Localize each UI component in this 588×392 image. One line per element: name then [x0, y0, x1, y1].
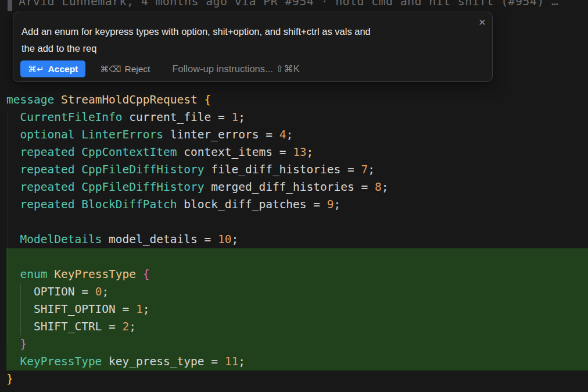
popup-footer: ⌘↵ Accept ⌘⌫ Reject Follow-up instructio… [20, 60, 485, 77]
indent-guide [20, 284, 21, 335]
indent-guide [8, 248, 8, 345]
followup-instructions-button[interactable]: Follow-up instructions... ⇧⌘K [172, 63, 299, 74]
accept-label: Accept [48, 64, 78, 74]
indent-guide [8, 111, 8, 248]
code-line[interactable]: repeated CppFileDiffHistory file_diff_hi… [6, 161, 588, 179]
blame-row: Arvid Lunnemark, 4 months ago via PR #95… [0, 0, 588, 12]
followup-label: Follow-up instructions... [172, 63, 275, 74]
cmd-backspace-shortcut-icon: ⌘⌫ [100, 64, 121, 74]
code-line[interactable]: SHIFT_CTRL = 2; [6, 318, 588, 336]
accept-button[interactable]: ⌘↵ Accept [20, 60, 85, 77]
reject-label: Reject [124, 64, 150, 74]
reject-button[interactable]: ⌘⌫ Reject [100, 64, 150, 74]
cursor-block [8, 0, 12, 11]
prompt-line2: the add to the req [21, 43, 96, 54]
code-line[interactable]: KeyPressType key_press_type = 11; [6, 353, 588, 370]
code-line[interactable]: OPTION = 0; [6, 283, 588, 301]
prompt-text: Add an enum for keypress types with opti… [21, 23, 472, 56]
code-line[interactable]: } [6, 336, 588, 353]
code-line[interactable] [6, 248, 588, 266]
code-line[interactable] [6, 213, 588, 231]
code-line[interactable]: SHIFT_OPTION = 1; [6, 301, 588, 318]
code-line[interactable]: ModelDetails model_details = 10; [6, 231, 588, 248]
editor-screen: Arvid Lunnemark, 4 months ago via PR #95… [0, 0, 588, 392]
code-line[interactable]: repeated BlockDiffPatch block_diff_patch… [6, 196, 588, 213]
blame-annotation[interactable]: Arvid Lunnemark, 4 months ago via PR #95… [19, 0, 558, 8]
close-icon[interactable]: × [479, 14, 486, 30]
code-line[interactable]: enum KeyPressType { [6, 266, 588, 283]
code-area[interactable]: message StreamHoldCppRequest { CurrentFi… [0, 91, 588, 388]
code-line[interactable]: } [6, 370, 588, 388]
code-line[interactable]: repeated CppFileDiffHistory merged_diff_… [6, 179, 588, 196]
code-line[interactable]: repeated CppContextItem context_items = … [6, 144, 588, 161]
code-line[interactable]: message StreamHoldCppRequest { [6, 91, 588, 109]
code-line[interactable]: CurrentFileInfo current_file = 1; [6, 109, 588, 126]
prompt-line1: Add an enum for keypress types with opti… [21, 26, 371, 37]
inline-edit-popup: × Add an enum for keypress types with op… [13, 12, 493, 82]
cmd-enter-shortcut-icon: ⌘↵ [28, 64, 44, 74]
shift-cmd-k-shortcut-icon: ⇧⌘K [275, 63, 299, 74]
code-line[interactable]: optional LinterErrors linter_errors = 4; [6, 126, 588, 144]
